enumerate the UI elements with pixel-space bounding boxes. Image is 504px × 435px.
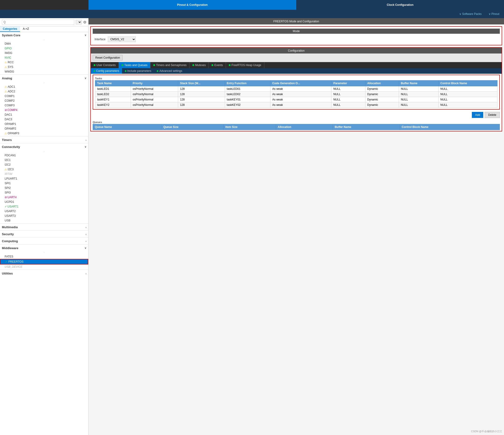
- gear-icon[interactable]: ⚙: [83, 20, 86, 25]
- sidebar-item-spi3[interactable]: SPI3: [0, 190, 88, 195]
- sidebar-item-rcc[interactable]: RCC: [0, 60, 88, 65]
- col-priority: Priority: [131, 80, 178, 86]
- section-utilities[interactable]: Utilities ›: [0, 270, 88, 276]
- tasks-header-row: Task Name Priority Stack Size (W... Entr…: [95, 80, 497, 86]
- sidebar-item-usb[interactable]: USB: [0, 218, 88, 223]
- sidebar-item-nvic[interactable]: NVIC: [0, 55, 88, 60]
- tab-heap-usage[interactable]: FreeRTOS Heap Usage: [226, 62, 264, 68]
- delete-button[interactable]: Delete: [485, 112, 500, 118]
- reset-config-button[interactable]: Reset Configuration: [93, 55, 123, 61]
- sub-tab-include-label: Include parameters: [127, 69, 151, 73]
- sidebar-item-comp2[interactable]: COMP2: [0, 98, 88, 103]
- table-cell: taskLED02: [225, 92, 270, 97]
- freertos-title-text: FREERTOS Mode and Configuration: [273, 20, 319, 23]
- sidebar-item-dac1[interactable]: DAC1: [0, 112, 88, 117]
- table-row[interactable]: taskLED2osPriorityNormal128taskLED02As w…: [95, 92, 497, 97]
- sidebar-item-comp4[interactable]: ⊘COMP4: [0, 108, 88, 112]
- section-security[interactable]: Security ›: [0, 231, 88, 237]
- table-cell: 128: [178, 102, 225, 108]
- sub-tab-include-params[interactable]: Include parameters: [122, 68, 154, 74]
- divider: ·: [0, 81, 88, 84]
- watermark: CSDN @不会编程的小江江: [471, 430, 502, 433]
- tab-categories[interactable]: Categories: [0, 26, 20, 32]
- table-cell: NULL: [399, 97, 438, 102]
- sidebar-item-usart3[interactable]: USART3: [0, 214, 88, 218]
- tab-atoz[interactable]: A->Z: [20, 26, 32, 32]
- tab-events[interactable]: Events: [209, 62, 226, 68]
- add-button[interactable]: Add: [472, 112, 483, 118]
- sidebar-item-sys[interactable]: SYS: [0, 65, 88, 69]
- search-input[interactable]: [2, 19, 74, 25]
- interface-select[interactable]: CMSIS_V2: [108, 36, 136, 42]
- section-analog[interactable]: Analog ∨: [0, 75, 88, 81]
- sub-dot-2: [125, 70, 126, 72]
- sidebar-item-opamp2[interactable]: OPAMP2: [0, 126, 88, 131]
- sidebar-item-dac3[interactable]: DAC3: [0, 117, 88, 122]
- sidebar-item-irtim[interactable]: IRTIM: [0, 172, 88, 176]
- mode-label-text: Mode: [293, 30, 300, 33]
- chevron-down-icon-analog: ∨: [85, 77, 86, 80]
- col-queue-size: Queue Size: [162, 124, 223, 130]
- col-parameter: Parameter: [332, 80, 365, 86]
- tab-tasks-queues[interactable]: Tasks and Queues: [119, 62, 151, 68]
- table-row[interactable]: taskKEY1osPriorityNormal128taskKEY01As w…: [95, 97, 497, 102]
- content-area: FREERTOS Mode and Configuration Mode Int…: [89, 18, 504, 435]
- table-cell: taskLED1: [95, 86, 131, 92]
- sidebar-item-wwdg[interactable]: WWDG: [0, 69, 88, 74]
- top-header: Pinout & Configuration Clock Configurati…: [0, 0, 504, 10]
- col-entry-func: Entry Function: [225, 80, 270, 86]
- sidebar-item-i2c1[interactable]: I2C1: [0, 158, 88, 162]
- dot-icon: [94, 64, 96, 66]
- sidebar-item-lpuart1[interactable]: LPUART1: [0, 176, 88, 181]
- pinout-link[interactable]: ∨ Pinout: [489, 12, 499, 16]
- section-timers-label: Timers: [2, 138, 12, 142]
- table-cell: osPriorityNormal: [131, 92, 178, 97]
- sidebar-item-opamp1[interactable]: OPAMP1: [0, 122, 88, 126]
- sidebar-item-fdcan1[interactable]: FDCAN1: [0, 153, 88, 158]
- table-cell: As weak: [270, 102, 332, 108]
- table-row[interactable]: taskKEY2osPriorityNormal128taskKEY02As w…: [95, 102, 497, 108]
- search-select[interactable]: [76, 20, 82, 25]
- chevron-right-icon-util: ›: [85, 272, 86, 275]
- section-multimedia[interactable]: Multimedia ›: [0, 224, 88, 230]
- sub-tab-advanced[interactable]: Advanced settings: [154, 68, 185, 74]
- sub-tab-config-params[interactable]: Config parameters: [91, 68, 122, 74]
- section-middleware[interactable]: Middleware ∨: [0, 245, 88, 251]
- table-cell: NULL: [438, 86, 497, 92]
- tab-mutexes[interactable]: Mutexes: [189, 62, 209, 68]
- tab-user-constants[interactable]: User Constants: [91, 62, 119, 68]
- section-system-core[interactable]: System Core ∨: [0, 32, 88, 38]
- divider-7: [0, 244, 88, 244]
- section-timers[interactable]: Timers ›: [0, 137, 88, 143]
- section-connectivity[interactable]: Connectivity ∨: [0, 144, 88, 149]
- sidebar-item-usb-device[interactable]: USB_DEVICE: [0, 264, 88, 269]
- tab-timers-semaphores[interactable]: Timers and Semaphores: [151, 62, 189, 68]
- sidebar-item-adc2[interactable]: ADC2: [0, 89, 88, 94]
- sidebar-item-usart2[interactable]: USART2: [0, 209, 88, 214]
- sidebar-item-comp3[interactable]: COMP3: [0, 103, 88, 108]
- sidebar-item-usart1[interactable]: ✓USART1: [0, 204, 88, 209]
- table-cell: NULL: [332, 97, 365, 102]
- software-packs-link[interactable]: ∨ Software Packs: [459, 12, 482, 16]
- sidebar-item-fates[interactable]: FATES: [0, 254, 88, 259]
- table-row[interactable]: taskLED1osPriorityNormal128taskLED01As w…: [95, 86, 497, 92]
- sidebar-item-adc1[interactable]: ADC1: [0, 84, 88, 89]
- sidebar-item-gpio[interactable]: GPIO: [0, 46, 88, 51]
- sidebar-item-spi1[interactable]: SPI1: [0, 181, 88, 186]
- sidebar-item-comp1[interactable]: COMP1: [0, 94, 88, 98]
- sidebar-item-iwdg[interactable]: IWDG: [0, 51, 88, 55]
- action-buttons: Add Delete: [91, 111, 502, 119]
- sidebar-item-i2c3[interactable]: I2C3: [0, 167, 88, 172]
- tab-user-constants-label: User Constants: [96, 63, 116, 67]
- sidebar-item-opamp3[interactable]: OPAMP3: [0, 131, 88, 136]
- table-cell: NULL: [399, 86, 438, 92]
- pinout-config-title: Pinout & Configuration: [177, 3, 207, 7]
- sidebar-item-i2c2[interactable]: I2C2: [0, 162, 88, 167]
- sidebar-item-spi2[interactable]: SPI2: [0, 186, 88, 190]
- table-cell: osPriorityNormal: [131, 86, 178, 92]
- sidebar-item-dma[interactable]: DMA: [0, 41, 88, 46]
- sidebar-item-uart4[interactable]: ⊘UART4: [0, 195, 88, 200]
- sidebar-item-freertos[interactable]: ✓ FREERTOS: [0, 259, 88, 264]
- sidebar-item-ucpd1[interactable]: UCPD1: [0, 200, 88, 204]
- section-computing[interactable]: Computing ›: [0, 238, 88, 244]
